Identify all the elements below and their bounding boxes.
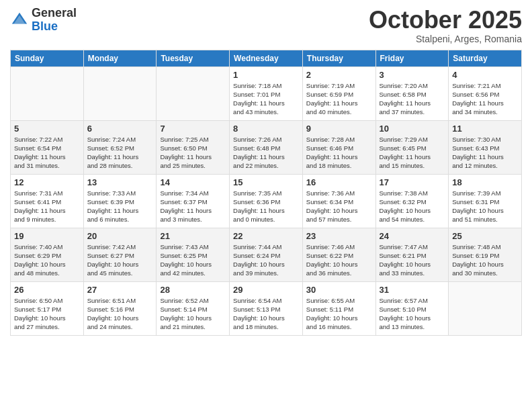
calendar-table: Sunday Monday Tuesday Wednesday Thursday… xyxy=(10,50,522,336)
calendar-cell: 15Sunrise: 7:35 AM Sunset: 6:36 PM Dayli… xyxy=(230,174,303,228)
day-info: Sunrise: 7:22 AM Sunset: 6:54 PM Dayligh… xyxy=(14,135,80,171)
day-number: 10 xyxy=(380,124,445,134)
calendar-cell xyxy=(11,66,84,120)
calendar-cell: 5Sunrise: 7:22 AM Sunset: 6:54 PM Daylig… xyxy=(11,120,84,174)
location-subtitle: Stalpeni, Arges, Romania xyxy=(369,34,522,44)
day-info: Sunrise: 7:20 AM Sunset: 6:58 PM Dayligh… xyxy=(380,81,445,117)
day-info: Sunrise: 6:54 AM Sunset: 5:13 PM Dayligh… xyxy=(233,296,299,332)
day-number: 12 xyxy=(14,177,80,187)
calendar-cell: 20Sunrise: 7:42 AM Sunset: 6:27 PM Dayli… xyxy=(83,228,157,281)
day-number: 18 xyxy=(452,177,518,187)
calendar-cell xyxy=(157,66,230,120)
calendar-cell: 13Sunrise: 7:33 AM Sunset: 6:39 PM Dayli… xyxy=(83,174,157,228)
day-number: 22 xyxy=(233,231,299,241)
day-number: 20 xyxy=(87,231,153,241)
calendar-cell xyxy=(449,281,522,335)
calendar-cell: 3Sunrise: 7:20 AM Sunset: 6:58 PM Daylig… xyxy=(375,66,449,120)
day-number: 6 xyxy=(87,124,153,134)
day-info: Sunrise: 7:43 AM Sunset: 6:25 PM Dayligh… xyxy=(160,242,226,278)
day-info: Sunrise: 7:46 AM Sunset: 6:22 PM Dayligh… xyxy=(306,242,372,278)
header: General Blue October 2025 Stalpeni, Arge… xyxy=(10,7,522,44)
day-info: Sunrise: 7:44 AM Sunset: 6:24 PM Dayligh… xyxy=(233,242,299,278)
day-number: 9 xyxy=(306,124,372,134)
calendar-cell: 8Sunrise: 7:26 AM Sunset: 6:48 PM Daylig… xyxy=(230,120,303,174)
day-info: Sunrise: 7:28 AM Sunset: 6:46 PM Dayligh… xyxy=(306,135,372,171)
day-info: Sunrise: 7:18 AM Sunset: 7:01 PM Dayligh… xyxy=(233,81,299,117)
calendar-cell: 19Sunrise: 7:40 AM Sunset: 6:29 PM Dayli… xyxy=(11,228,84,281)
day-number: 26 xyxy=(14,285,80,295)
header-monday: Monday xyxy=(83,50,157,66)
calendar-cell: 7Sunrise: 7:25 AM Sunset: 6:50 PM Daylig… xyxy=(157,120,230,174)
day-info: Sunrise: 7:34 AM Sunset: 6:37 PM Dayligh… xyxy=(160,189,226,224)
day-number: 8 xyxy=(233,124,299,134)
day-number: 16 xyxy=(306,177,372,187)
day-number: 23 xyxy=(306,231,372,241)
day-info: Sunrise: 7:38 AM Sunset: 6:32 PM Dayligh… xyxy=(380,189,445,224)
day-number: 5 xyxy=(14,124,80,134)
header-saturday: Saturday xyxy=(449,50,522,66)
calendar-cell: 6Sunrise: 7:24 AM Sunset: 6:52 PM Daylig… xyxy=(83,120,157,174)
calendar-week-row: 1Sunrise: 7:18 AM Sunset: 7:01 PM Daylig… xyxy=(11,66,522,120)
day-number: 15 xyxy=(233,177,299,187)
calendar-cell: 14Sunrise: 7:34 AM Sunset: 6:37 PM Dayli… xyxy=(157,174,230,228)
day-info: Sunrise: 7:29 AM Sunset: 6:45 PM Dayligh… xyxy=(380,135,445,171)
day-number: 25 xyxy=(452,231,518,241)
day-number: 31 xyxy=(380,285,445,295)
day-info: Sunrise: 7:26 AM Sunset: 6:48 PM Dayligh… xyxy=(233,135,299,171)
weekday-header-row: Sunday Monday Tuesday Wednesday Thursday… xyxy=(11,50,522,66)
month-title: October 2025 xyxy=(369,7,522,34)
calendar-week-row: 19Sunrise: 7:40 AM Sunset: 6:29 PM Dayli… xyxy=(11,228,522,281)
calendar-cell: 9Sunrise: 7:28 AM Sunset: 6:46 PM Daylig… xyxy=(302,120,375,174)
calendar-cell: 24Sunrise: 7:47 AM Sunset: 6:21 PM Dayli… xyxy=(375,228,449,281)
day-number: 4 xyxy=(452,70,518,80)
day-number: 24 xyxy=(380,231,445,241)
day-number: 17 xyxy=(380,177,445,187)
calendar-cell: 12Sunrise: 7:31 AM Sunset: 6:41 PM Dayli… xyxy=(11,174,84,228)
day-info: Sunrise: 7:42 AM Sunset: 6:27 PM Dayligh… xyxy=(87,242,153,278)
day-info: Sunrise: 7:47 AM Sunset: 6:21 PM Dayligh… xyxy=(380,242,445,278)
day-number: 7 xyxy=(160,124,226,134)
calendar-cell: 25Sunrise: 7:48 AM Sunset: 6:19 PM Dayli… xyxy=(449,228,522,281)
day-number: 21 xyxy=(160,231,226,241)
calendar-cell: 23Sunrise: 7:46 AM Sunset: 6:22 PM Dayli… xyxy=(302,228,375,281)
day-info: Sunrise: 7:40 AM Sunset: 6:29 PM Dayligh… xyxy=(14,242,80,278)
calendar-cell: 21Sunrise: 7:43 AM Sunset: 6:25 PM Dayli… xyxy=(157,228,230,281)
day-info: Sunrise: 7:33 AM Sunset: 6:39 PM Dayligh… xyxy=(87,189,153,224)
header-wednesday: Wednesday xyxy=(230,50,303,66)
day-number: 11 xyxy=(452,124,518,134)
calendar-cell: 2Sunrise: 7:19 AM Sunset: 6:59 PM Daylig… xyxy=(302,66,375,120)
logo-icon xyxy=(10,11,29,30)
calendar-cell: 10Sunrise: 7:29 AM Sunset: 6:45 PM Dayli… xyxy=(375,120,449,174)
calendar-week-row: 12Sunrise: 7:31 AM Sunset: 6:41 PM Dayli… xyxy=(11,174,522,228)
logo-general-text: General xyxy=(32,7,77,20)
title-section: October 2025 Stalpeni, Arges, Romania xyxy=(369,7,522,44)
day-info: Sunrise: 7:35 AM Sunset: 6:36 PM Dayligh… xyxy=(233,189,299,224)
calendar-cell: 4Sunrise: 7:21 AM Sunset: 6:56 PM Daylig… xyxy=(449,66,522,120)
day-info: Sunrise: 7:48 AM Sunset: 6:19 PM Dayligh… xyxy=(452,242,518,278)
day-number: 28 xyxy=(160,285,226,295)
day-info: Sunrise: 6:50 AM Sunset: 5:17 PM Dayligh… xyxy=(14,296,80,332)
calendar-cell: 26Sunrise: 6:50 AM Sunset: 5:17 PM Dayli… xyxy=(11,281,84,335)
calendar-cell: 30Sunrise: 6:55 AM Sunset: 5:11 PM Dayli… xyxy=(302,281,375,335)
day-info: Sunrise: 7:19 AM Sunset: 6:59 PM Dayligh… xyxy=(306,81,372,117)
calendar-week-row: 5Sunrise: 7:22 AM Sunset: 6:54 PM Daylig… xyxy=(11,120,522,174)
day-info: Sunrise: 7:30 AM Sunset: 6:43 PM Dayligh… xyxy=(452,135,518,171)
day-info: Sunrise: 7:21 AM Sunset: 6:56 PM Dayligh… xyxy=(452,81,518,117)
calendar-week-row: 26Sunrise: 6:50 AM Sunset: 5:17 PM Dayli… xyxy=(11,281,522,335)
day-info: Sunrise: 7:31 AM Sunset: 6:41 PM Dayligh… xyxy=(14,189,80,224)
calendar-cell: 16Sunrise: 7:36 AM Sunset: 6:34 PM Dayli… xyxy=(302,174,375,228)
day-info: Sunrise: 7:39 AM Sunset: 6:31 PM Dayligh… xyxy=(452,189,518,224)
calendar-cell: 11Sunrise: 7:30 AM Sunset: 6:43 PM Dayli… xyxy=(449,120,522,174)
calendar-cell: 27Sunrise: 6:51 AM Sunset: 5:16 PM Dayli… xyxy=(83,281,157,335)
day-number: 30 xyxy=(306,285,372,295)
day-number: 27 xyxy=(87,285,153,295)
calendar-cell xyxy=(83,66,157,120)
day-number: 1 xyxy=(233,70,299,80)
day-number: 19 xyxy=(14,231,80,241)
calendar-cell: 18Sunrise: 7:39 AM Sunset: 6:31 PM Dayli… xyxy=(449,174,522,228)
day-number: 13 xyxy=(87,177,153,187)
day-info: Sunrise: 7:25 AM Sunset: 6:50 PM Dayligh… xyxy=(160,135,226,171)
calendar-cell: 28Sunrise: 6:52 AM Sunset: 5:14 PM Dayli… xyxy=(157,281,230,335)
header-friday: Friday xyxy=(375,50,449,66)
day-info: Sunrise: 6:55 AM Sunset: 5:11 PM Dayligh… xyxy=(306,296,372,332)
